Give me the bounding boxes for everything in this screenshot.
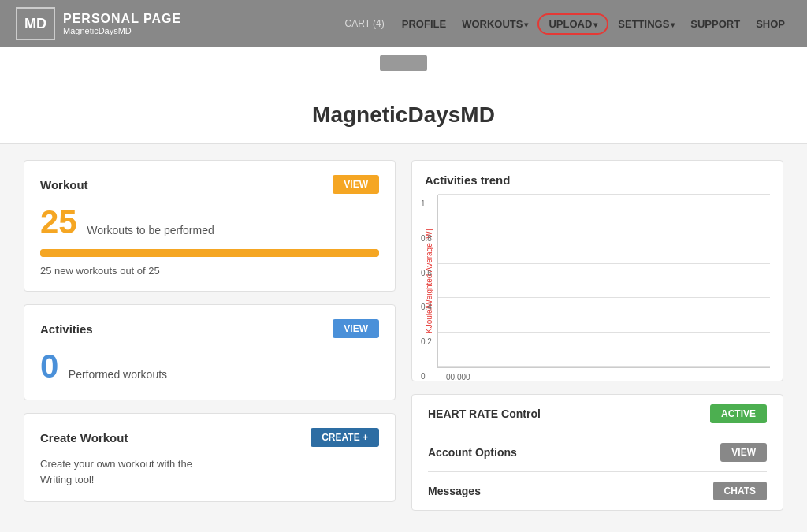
y-tick-04: 0.4 — [421, 303, 432, 311]
nav-profile[interactable]: PROFILE — [396, 15, 452, 33]
cart-label: CART (4) — [345, 18, 385, 29]
workout-progress-text: 25 new workouts out of 25 — [40, 265, 379, 277]
create-workout-card-header: Create Workout CREATE + — [40, 428, 379, 447]
left-column: Workout VIEW 25 Workouts to be performed… — [24, 160, 396, 511]
workout-count: 25 — [40, 203, 77, 241]
info-rows-card: HEART RATE Control ACTIVE Account Option… — [411, 394, 783, 511]
workout-progress-bar-container — [40, 249, 379, 257]
workout-count-label: Workouts to be performed — [87, 224, 214, 236]
header-bottom — [0, 47, 807, 79]
activities-view-button[interactable]: VIEW — [333, 319, 379, 338]
y-tick-02: 0.2 — [421, 337, 432, 346]
workout-progress-bar-fill — [40, 249, 379, 257]
messages-title: Messages — [428, 485, 481, 497]
activities-trend-card: Activities trend KJoule/Weighted Average… — [411, 160, 783, 381]
activities-card: Activities VIEW 0 Performed workouts — [24, 304, 396, 400]
heart-rate-row: HEART RATE Control ACTIVE — [428, 395, 767, 433]
nav-workouts[interactable]: WORKOUTS — [456, 15, 534, 33]
chart-wrapper: KJoule/Weighted Average [W] 0 0.2 0.4 0.… — [425, 195, 770, 368]
grid-line-06: 0.6 — [438, 263, 770, 264]
main-content: Workout VIEW 25 Workouts to be performed… — [0, 144, 807, 526]
logo-area: MD PERSONAL PAGE MagneticDaysMD — [16, 7, 181, 40]
y-tick-0: 0 — [421, 372, 426, 381]
create-workout-desc: Create your own workout with the Writing… — [40, 456, 379, 487]
workout-card: Workout VIEW 25 Workouts to be performed… — [24, 160, 396, 292]
activities-count-label: Performed workouts — [69, 368, 167, 381]
nav-settings[interactable]: SETTINGS — [612, 15, 681, 33]
workout-card-header: Workout VIEW — [40, 175, 379, 194]
workouts-chevron — [524, 18, 528, 30]
chart-inner: 0 0.2 0.4 0.6 0.8 1 00.000 — [437, 195, 770, 368]
nav-upload[interactable]: UPLOAD — [537, 13, 608, 35]
x-axis-label: 00.000 — [446, 373, 470, 381]
upload-chevron — [593, 18, 597, 30]
grid-line-08: 0.8 — [438, 229, 770, 229]
activities-card-header: Activities VIEW — [40, 319, 379, 338]
grid-line-1: 1 — [438, 194, 770, 195]
create-workout-title: Create Workout — [40, 431, 128, 445]
nav-support[interactable]: SUPPORT — [684, 15, 746, 33]
y-tick-1: 1 — [421, 199, 426, 208]
page-title-area: MagneticDaysMD — [0, 79, 807, 144]
right-column: Activities trend KJoule/Weighted Average… — [411, 160, 783, 511]
workout-card-title: Workout — [40, 178, 88, 192]
y-tick-08: 0.8 — [421, 233, 432, 242]
y-tick-06: 0.6 — [421, 268, 432, 277]
header: MD PERSONAL PAGE MagneticDaysMD CART (4)… — [0, 0, 807, 47]
create-workout-card: Create Workout CREATE + Create your own … — [24, 413, 396, 502]
activities-stats: 0 Performed workouts — [40, 348, 379, 385]
grid-line-0: 0 — [438, 366, 770, 367]
logo-icon: MD — [16, 7, 55, 40]
grid-line-02: 0.2 — [438, 332, 770, 333]
brand-text: PERSONAL PAGE MagneticDaysMD — [63, 12, 181, 35]
settings-chevron — [671, 18, 675, 30]
messages-button[interactable]: CHATS — [713, 482, 767, 500]
chart-title: Activities trend — [425, 173, 770, 187]
heart-rate-title: HEART RATE Control — [428, 407, 541, 420]
account-options-button[interactable]: VIEW — [720, 443, 767, 462]
grid-line-04: 0.4 — [438, 297, 770, 298]
create-workout-button[interactable]: CREATE + — [311, 428, 379, 447]
nav-shop[interactable]: SHOP — [749, 15, 791, 33]
account-options-row: Account Options VIEW — [428, 433, 767, 472]
messages-row: Messages CHATS — [428, 472, 767, 510]
workout-view-button[interactable]: VIEW — [333, 175, 379, 194]
brand-main: PERSONAL PAGE — [63, 12, 181, 26]
brand-sub: MagneticDaysMD — [63, 26, 181, 35]
activities-card-title: Activities — [40, 322, 93, 336]
account-options-title: Account Options — [428, 446, 517, 459]
page-title: MagneticDaysMD — [0, 102, 807, 128]
gray-bar-decoration — [380, 55, 427, 71]
heart-rate-button[interactable]: ACTIVE — [710, 404, 767, 423]
nav-area: CART (4) PROFILE WORKOUTS UPLOAD SETTING… — [345, 13, 791, 35]
activities-count: 0 — [40, 348, 58, 385]
workout-stats: 25 Workouts to be performed — [40, 203, 379, 241]
